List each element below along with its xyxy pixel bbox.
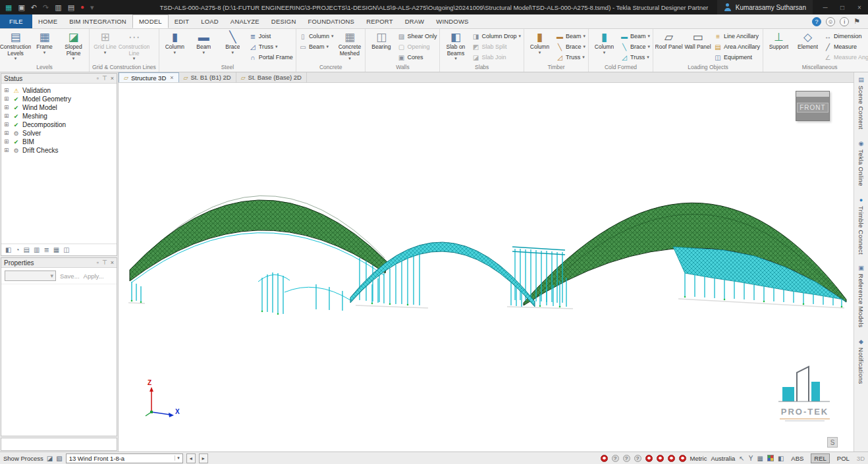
slab-on-beams-button[interactable]: ◧ Slab on Beams ▾ [441,30,470,63]
sidebar-notifications[interactable]: ◆ Notifications [857,338,865,384]
status-indicator-error[interactable] [679,455,686,462]
frame-button[interactable]: ▦ Frame ▾ [30,30,59,63]
viewport[interactable]: FRONT Z X [119,83,854,451]
undo-icon[interactable]: ↶ [31,4,37,11]
measure-angle-button[interactable]: ∠ Measure Angle [823,53,868,62]
timber-truss-button[interactable]: ◿ Truss ▾ [555,53,587,62]
steel-brace-button[interactable]: ╲ Brace ▾ [219,30,247,63]
process-log-icon[interactable]: ◪ [47,455,53,462]
view-tab-structure-3d[interactable]: ▱ Structure 3D × [119,72,179,82]
opening-button[interactable]: ▢ Opening [396,42,438,51]
joist-button[interactable]: ≣ Joist [248,32,294,41]
tab-windows[interactable]: WINDOWS [430,14,474,28]
wall-panel-button[interactable]: ▭ Wall Panel [684,30,712,63]
user-account[interactable]: Kumarasamy Sutharsan [717,0,813,14]
expand-icon[interactable]: ⊞ [4,105,10,111]
info-icon[interactable]: i [840,17,849,26]
concrete-beam-button[interactable]: ▭ Beam ▾ [298,42,335,51]
tab-edit[interactable]: EDIT [169,14,195,28]
tab-bim-integration[interactable]: BIM INTEGRATION [63,14,132,28]
layers-icon[interactable]: ◧ [778,455,784,462]
apply-properties-button[interactable]: Apply... [84,272,104,280]
timber-column-button[interactable]: ▮ Column ▾ [526,30,554,63]
tab-foundations[interactable]: FOUNDATIONS [302,14,360,28]
tree-item-wind-model[interactable]: ⊞ ✔ Wind Model [4,103,115,112]
canopy-right[interactable] [524,203,846,307]
sidebar-tekla-online[interactable]: ◉ Tekla Online [857,140,865,186]
status-toolbar-icon-1[interactable]: ◧ [5,246,11,253]
scroll-badge[interactable]: S [827,437,838,448]
status-indicator-error[interactable] [657,455,664,462]
status-toolbar-icon-7[interactable]: ◫ [63,246,69,253]
concrete-meshed-button[interactable]: ▦ Concrete Meshed ▾ [335,30,364,63]
equipment-button[interactable]: ◫ Equipment [713,53,761,62]
report-icon[interactable]: ▥ [55,4,61,11]
status-toolbar-icon-4[interactable]: ▥ [34,246,40,253]
sidebar-trimble-connect[interactable]: ● Trimble Connect [857,197,865,255]
help-icon[interactable]: ? [812,17,821,26]
status-indicator-error[interactable] [601,455,608,462]
status-indicator-error[interactable] [668,455,675,462]
maximize-button[interactable]: □ [834,0,851,14]
shear-only-button[interactable]: ▨ Shear Only [396,32,438,41]
status-toolbar-icon-3[interactable]: ▤ [24,246,30,253]
float-panel-icon[interactable]: ▫ [97,75,99,82]
tree-item-validation[interactable]: ⊞ ⚠ Validation [4,86,115,95]
tab-analyze[interactable]: ANALYZE [225,14,265,28]
steel-beam-button[interactable]: ▬ Beam ▾ [190,30,218,63]
expand-icon[interactable]: ⊞ [4,147,10,153]
view-tab-st-base-2d[interactable]: ▱ St. Base (Base) 2D [236,72,307,82]
close-tab-icon[interactable]: × [170,74,173,81]
process-chart-icon[interactable]: ▧ [56,455,62,462]
steel-truss-button[interactable]: ◿ Truss ▾ [248,42,294,51]
minimize-button[interactable]: ─ [817,0,834,14]
sidebar-scene-content[interactable]: ▤ Scene Content [857,76,865,130]
tree-item-drift-checks[interactable]: ⊞ ⚙ Drift Checks [4,146,115,155]
grid-snap-icon[interactable]: ▦ [757,455,763,462]
roof-panel-button[interactable]: ▱ Roof Panel [655,30,683,63]
canopy-left[interactable] [130,195,387,314]
color-palette-icon[interactable] [767,455,774,461]
tab-file[interactable]: FILE [0,14,32,28]
status-indicator-error[interactable] [645,455,653,462]
float-panel-icon[interactable]: ▫ [97,259,99,266]
cold-formed-brace-button[interactable]: ╲ Brace ▾ [619,42,651,51]
timber-brace-button[interactable]: ╲ Brace ▾ [555,42,587,51]
status-toolbar-icon-6[interactable]: ▦ [53,246,59,253]
element-button[interactable]: ◇ Element [794,30,822,63]
steel-column-button[interactable]: ▮ Column ▾ [161,30,189,63]
pin-panel-icon[interactable]: ⊤ [102,259,107,266]
cold-formed-beam-button[interactable]: ▬ Beam ▾ [619,32,651,41]
dimension-button[interactable]: ↔ Dimension [823,32,868,41]
rel-coords-button[interactable]: REL [811,453,829,463]
expand-icon[interactable]: ⊞ [4,122,10,128]
sloped-plane-button[interactable]: ◪ Sloped Plane ▾ [59,30,88,63]
area-ancillary-button[interactable]: ▤ Area Ancillary [713,42,761,51]
timber-beam-button[interactable]: ▬ Beam ▾ [555,32,587,41]
cold-formed-column-button[interactable]: ▮ Column ▾ [590,30,618,63]
slab-split-button[interactable]: ◩ Slab Split [470,42,522,51]
pointer-mode-icon[interactable]: ↖ [739,455,744,462]
grid-line-button[interactable]: ⊞ Grid Line ▾ [91,30,119,63]
bearing-wall-button[interactable]: ◫ Bearing [367,30,395,63]
notification-bell-icon[interactable]: ⚑ [854,17,860,26]
prev-loadcase-button[interactable]: ◄ [186,453,196,463]
close-button[interactable]: × [851,0,868,14]
chart-icon[interactable]: ▤ [68,4,74,11]
app-menu-icon[interactable]: ▦ [5,4,12,11]
node-snap-icon[interactable]: Y [749,455,753,462]
tab-draw[interactable]: DRAW [399,14,430,28]
close-panel-icon[interactable]: × [111,75,114,82]
tab-load[interactable]: LOAD [195,14,225,28]
save-properties-button[interactable]: Save... [60,272,80,280]
properties-dropdown[interactable]: ▾ [5,271,56,281]
tree-item-decomposition[interactable]: ⊞ ✔ Decomposition [4,120,115,129]
view-cube[interactable]: FRONT [796,91,830,121]
cold-formed-truss-button[interactable]: ◿ Truss ▾ [619,53,651,62]
construction-levels-button[interactable]: ▤ Construction Levels ▾ [1,30,30,63]
expand-icon[interactable]: ⊞ [4,113,10,119]
model-viewport[interactable] [119,83,854,451]
tree-item-bim[interactable]: ⊞ ✔ BIM [4,138,115,146]
cores-button[interactable]: ▣ Cores [396,53,438,62]
sidebar-reference-models[interactable]: ▣ Reference Models [857,265,865,328]
